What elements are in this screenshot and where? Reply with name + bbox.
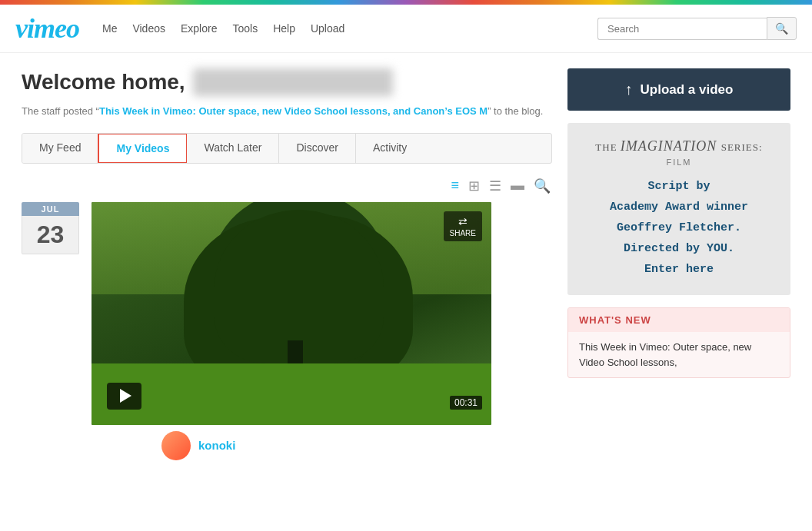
- main-nav: Me Videos Explore Tools Help Upload: [102, 22, 597, 35]
- film-label: FILM: [583, 158, 775, 167]
- nav-explore[interactable]: Explore: [181, 22, 217, 35]
- staff-note-prefix: The staff posted “: [22, 105, 99, 117]
- nav-upload[interactable]: Upload: [311, 22, 344, 35]
- imagination-line2: Academy Award winner: [583, 197, 775, 217]
- play-icon: [120, 389, 131, 403]
- video-card: ⇄ SHARE 00:31 konoki: [92, 202, 552, 460]
- imagination-line1: Script by: [583, 176, 775, 197]
- whats-new-header: WHAT'S NEW: [568, 308, 790, 332]
- avatar[interactable]: [161, 431, 191, 460]
- video-author[interactable]: konoki: [198, 439, 235, 452]
- play-button[interactable]: [107, 383, 141, 410]
- tab-watchlater[interactable]: Watch Later: [187, 134, 279, 163]
- view-detail-icon[interactable]: ☰: [488, 176, 503, 196]
- imagination-ad[interactable]: THE Imagination SERIES: FILM Script by A…: [567, 123, 790, 295]
- series-label: SERIES:: [721, 141, 763, 153]
- nav-videos[interactable]: Videos: [132, 22, 165, 35]
- tabs-container: My Feed My Videos Watch Later Discover A…: [22, 133, 552, 164]
- video-duration: 00:31: [450, 396, 482, 410]
- video-image: [92, 202, 491, 425]
- nav-tools[interactable]: Tools: [232, 22, 258, 35]
- tab-discover[interactable]: Discover: [279, 134, 355, 163]
- header: vimeo Me Videos Explore Tools Help Uploa…: [0, 5, 812, 53]
- search-container: 🔍: [597, 17, 797, 40]
- imagination-line4: Directed by YOU.: [583, 238, 775, 259]
- view-list-icon[interactable]: ≡: [449, 176, 461, 195]
- grass-graphic: [92, 363, 491, 425]
- nav-me[interactable]: Me: [102, 22, 117, 35]
- user-name-blurred: [193, 68, 393, 96]
- imagination-line3: Geoffrey Fletcher.: [583, 217, 775, 238]
- main-content: Welcome home, The staff posted “This Wee…: [6, 53, 806, 460]
- imagination-series-title: THE Imagination SERIES:: [583, 138, 775, 154]
- right-column: ↑ Upload a video THE Imagination SERIES:…: [567, 68, 790, 460]
- logo[interactable]: vimeo: [15, 12, 79, 45]
- view-controls: ≡ ⊞ ☰ ▬ 🔍: [22, 173, 552, 202]
- view-theater-icon[interactable]: ▬: [509, 176, 526, 195]
- staff-note-link[interactable]: This Week in Vimeo: Outer space, new Vid…: [99, 105, 488, 117]
- imagination-body: Script by Academy Award winner Geoffrey …: [583, 176, 775, 280]
- search-input[interactable]: [597, 18, 767, 40]
- video-info: konoki: [92, 431, 552, 460]
- video-section: JUL 23 ⇄ SHARE: [22, 202, 552, 460]
- view-search-icon[interactable]: 🔍: [532, 176, 552, 196]
- nav-help[interactable]: Help: [273, 22, 295, 35]
- tab-myvideos[interactable]: My Videos: [98, 133, 188, 164]
- whats-new-body: This Week in Vimeo: Outer space, new Vid…: [568, 332, 790, 377]
- share-icon: ⇄: [458, 215, 468, 227]
- tab-myfeed[interactable]: My Feed: [22, 134, 98, 163]
- view-grid-icon[interactable]: ⊞: [467, 176, 481, 196]
- the-label: THE: [595, 141, 621, 153]
- date-badge: JUL 23: [22, 202, 79, 254]
- whats-new-box: WHAT'S NEW This Week in Vimeo: Outer spa…: [567, 307, 790, 378]
- tab-activity[interactable]: Activity: [356, 134, 424, 163]
- upload-label: Upload a video: [641, 82, 734, 98]
- staff-note: The staff posted “This Week in Vimeo: Ou…: [22, 104, 552, 119]
- imagination-line5: Enter here: [583, 259, 775, 280]
- welcome-heading: Welcome home,: [22, 68, 552, 96]
- welcome-text: Welcome home,: [22, 70, 185, 95]
- date-month: JUL: [22, 202, 79, 216]
- left-column: Welcome home, The staff posted “This Wee…: [22, 68, 552, 460]
- upload-icon: ↑: [625, 81, 633, 98]
- whats-new-text: This Week in Vimeo: Outer space, new Vid…: [579, 341, 751, 368]
- date-day: 23: [22, 216, 79, 254]
- search-button[interactable]: 🔍: [767, 17, 797, 40]
- share-button[interactable]: ⇄ SHARE: [444, 211, 482, 241]
- staff-note-suffix: ” to the blog.: [488, 105, 543, 117]
- upload-button[interactable]: ↑ Upload a video: [567, 68, 790, 111]
- share-label: SHARE: [450, 229, 476, 237]
- imagination-italic: Imagination: [621, 138, 721, 154]
- video-thumbnail[interactable]: ⇄ SHARE 00:31: [92, 202, 491, 425]
